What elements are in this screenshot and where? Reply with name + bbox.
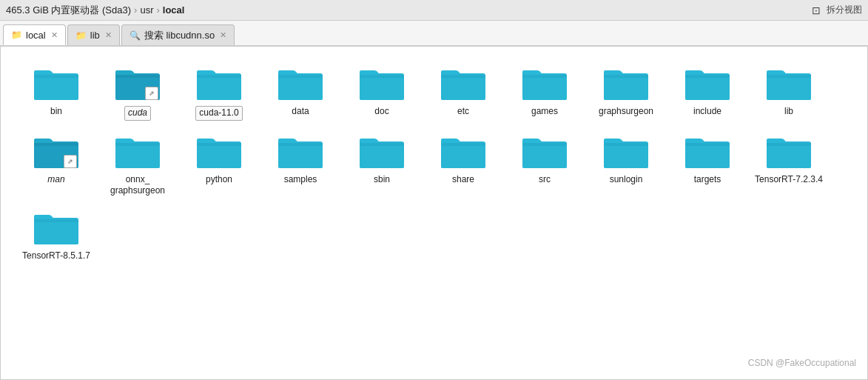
svg-rect-46	[441, 143, 485, 168]
svg-rect-32	[34, 143, 78, 146]
svg-rect-11	[278, 75, 323, 78]
tab-local-close[interactable]: ✕	[51, 30, 58, 40]
top-bar: 465.3 GiB 内置驱动器 (Sda3) › usr › local ⊡ 拆…	[0, 0, 868, 21]
folder-label: targets	[694, 174, 721, 186]
svg-rect-20	[522, 75, 567, 78]
folder-item-TensorRT-8517[interactable]: TensorRT-8.5.1.7	[16, 203, 97, 268]
svg-rect-62	[34, 219, 78, 222]
folder-item-cuda[interactable]: ⇗cuda	[97, 59, 178, 127]
folder-item-samples[interactable]: samples	[260, 127, 341, 203]
split-view-icon: ⊡	[812, 4, 821, 16]
folder-label: include	[693, 106, 721, 118]
svg-rect-56	[685, 143, 730, 146]
svg-rect-58	[767, 143, 811, 168]
svg-rect-17	[441, 75, 485, 78]
folder-label: python	[206, 174, 232, 186]
svg-rect-34	[115, 143, 160, 168]
svg-rect-25	[685, 75, 730, 100]
svg-rect-2	[34, 75, 78, 78]
tab-lib-close[interactable]: ✕	[105, 30, 112, 40]
folder-item-etc[interactable]: etc	[423, 59, 504, 127]
svg-rect-41	[278, 143, 323, 146]
folder-label: sunlogin	[610, 174, 643, 186]
folder-label: man	[47, 174, 64, 186]
folder-item-doc[interactable]: doc	[341, 59, 423, 127]
tab-bar: 📁 local ✕ 📁 lib ✕ 🔍 搜索 libcudnn.so ✕	[0, 21, 868, 46]
symlink-badge: ⇗	[64, 155, 77, 168]
folder-label: TensorRT-8.5.1.7	[22, 250, 90, 262]
folder-label: cuda	[124, 106, 151, 121]
svg-rect-5	[115, 75, 160, 78]
folder-item-games[interactable]: games	[504, 59, 585, 127]
folder-item-onnx_-graphsurgeon[interactable]: onnx_ graphsurgeon	[97, 127, 178, 203]
svg-rect-26	[685, 75, 730, 78]
folder-label: lib	[784, 106, 793, 118]
tab-lib-label: lib	[90, 30, 100, 41]
folder-icon-tab-lib: 📁	[75, 30, 87, 41]
svg-rect-16	[441, 75, 485, 100]
symlink-badge: ⇗	[145, 87, 158, 100]
folder-item-lib[interactable]: lib	[748, 59, 830, 127]
svg-rect-44	[360, 143, 404, 146]
folder-item-data[interactable]: data	[260, 59, 341, 127]
svg-rect-28	[767, 75, 811, 100]
folder-label: samples	[284, 174, 317, 186]
svg-rect-22	[604, 75, 648, 100]
folder-label: bin	[50, 106, 62, 118]
folder-item-sbin[interactable]: sbin	[341, 127, 423, 203]
folder-item-man[interactable]: ⇗man	[16, 127, 97, 203]
folder-label: doc	[374, 106, 388, 118]
folder-label: data	[292, 106, 309, 118]
folder-item-include[interactable]: include	[667, 59, 748, 127]
folder-grid: bin ⇗cuda cuda-11.0	[16, 59, 852, 267]
folder-item-python[interactable]: python	[178, 127, 260, 203]
folder-icon-tab-local: 📁	[11, 30, 22, 40]
folder-label: share	[452, 174, 474, 186]
folder-item-targets[interactable]: targets	[667, 127, 748, 203]
svg-rect-37	[197, 143, 241, 168]
svg-rect-10	[278, 75, 323, 100]
svg-rect-49	[522, 143, 567, 168]
tab-local[interactable]: 📁 local ✕	[3, 24, 66, 45]
folder-label: graphsurgeon	[599, 106, 653, 118]
folder-item-src[interactable]: src	[504, 127, 585, 203]
svg-rect-55	[685, 143, 730, 168]
disk-info: 465.3 GiB 内置驱动器 (Sda3)	[6, 4, 131, 17]
tab-search-label: 搜索 libcudnn.so	[144, 29, 215, 42]
svg-rect-61	[34, 219, 78, 244]
svg-rect-1	[34, 75, 78, 100]
tab-lib[interactable]: 📁 lib ✕	[67, 24, 120, 45]
svg-rect-7	[197, 75, 241, 100]
folder-item-TensorRT-7234[interactable]: TensorRT-7.2.3.4	[748, 127, 830, 203]
svg-rect-40	[278, 143, 323, 168]
folder-item-share[interactable]: share	[423, 127, 504, 203]
main-content: bin ⇗cuda cuda-11.0	[0, 46, 868, 380]
folder-item-cuda-110[interactable]: cuda-11.0	[178, 59, 260, 127]
svg-rect-8	[197, 75, 241, 78]
tab-search-libcudnn[interactable]: 🔍 搜索 libcudnn.so ✕	[121, 24, 235, 45]
svg-rect-50	[522, 143, 567, 146]
folder-label: games	[531, 106, 558, 118]
svg-rect-19	[522, 75, 567, 100]
search-icon-tab: 🔍	[129, 30, 141, 41]
folder-label: cuda-11.0	[195, 106, 242, 121]
svg-rect-13	[360, 75, 404, 100]
breadcrumb-local: local	[163, 4, 185, 16]
folder-item-bin[interactable]: bin	[16, 59, 97, 127]
svg-rect-43	[360, 143, 404, 168]
svg-rect-53	[604, 143, 648, 146]
svg-rect-35	[115, 143, 160, 146]
svg-rect-52	[604, 143, 648, 168]
tab-search-close[interactable]: ✕	[220, 30, 226, 40]
folder-label: TensorRT-7.2.3.4	[755, 174, 823, 186]
split-view-button[interactable]: 拆分视图	[827, 4, 862, 16]
svg-rect-29	[767, 75, 811, 78]
folder-item-graphsurgeon[interactable]: graphsurgeon	[585, 59, 667, 127]
folder-label: sbin	[374, 174, 390, 186]
svg-rect-14	[360, 75, 404, 78]
folder-item-sunlogin[interactable]: sunlogin	[585, 127, 667, 203]
breadcrumb: 465.3 GiB 内置驱动器 (Sda3) › usr › local	[6, 4, 184, 17]
tab-local-label: local	[26, 30, 46, 41]
svg-rect-38	[197, 143, 241, 146]
folder-label: src	[539, 174, 551, 186]
